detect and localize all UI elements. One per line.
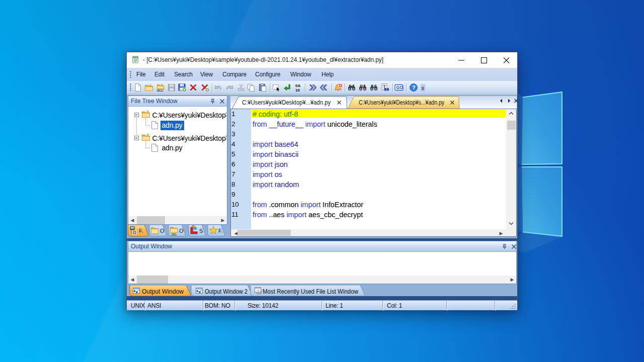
svg-text:?: ? — [412, 84, 416, 90]
svg-text:F.: F. — [218, 228, 223, 234]
svg-text:C:¥Users¥yuki¥Desktop¥...¥adn.: C:¥Users¥yuki¥Desktop¥...¥adn.py — [242, 99, 331, 106]
svg-text:O: O — [179, 228, 184, 234]
svg-text:Most Recently Used File List W: Most Recently Used File List Window — [263, 288, 358, 295]
svg-text:GO: GO — [396, 85, 404, 90]
svg-text:Output Window 2: Output Window 2 — [205, 288, 248, 295]
svg-text:C:¥Users¥yuki¥Desktop¥s...¥adn: C:¥Users¥yuki¥Desktop¥s...¥adn.py — [359, 99, 444, 106]
svg-text:10: 10 — [295, 88, 300, 93]
svg-text:O: O — [160, 228, 165, 234]
svg-text:S: S — [199, 228, 203, 234]
svg-text:Output Window: Output Window — [142, 288, 184, 295]
svg-text:F.: F. — [139, 228, 143, 234]
